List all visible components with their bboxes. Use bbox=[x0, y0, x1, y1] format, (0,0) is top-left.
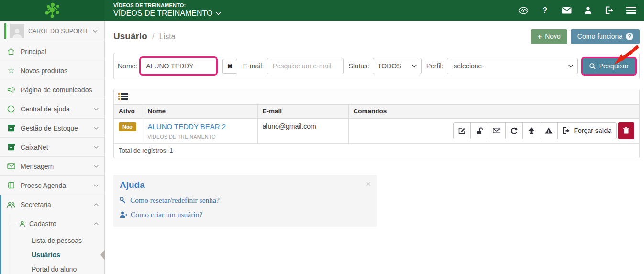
archive-box-icon bbox=[7, 143, 15, 152]
sidebar-item-mensagem[interactable]: Mensagem bbox=[0, 157, 104, 176]
unlock-icon bbox=[476, 127, 483, 134]
search-icon bbox=[589, 63, 596, 69]
sidebar: CAROL DO SUPORTE Principal ☆ Novos produ… bbox=[0, 21, 105, 274]
sidebar-item-central-ajuda[interactable]: Central de ajuda bbox=[0, 99, 104, 119]
sidebar-submenu-cadastro: Cadastro Lista de pessoas Usuários Porta… bbox=[1, 214, 104, 274]
ativo-cell: Não bbox=[114, 118, 143, 143]
header-nome[interactable]: Nome bbox=[143, 105, 257, 118]
star-icon: ☆ bbox=[7, 66, 15, 75]
agenda-icon bbox=[7, 181, 15, 190]
help-box: Ajuda × Como resetar/redefinir senha? bbox=[113, 175, 377, 227]
chevron-down-icon bbox=[412, 65, 417, 67]
sidebar-item-usuarios[interactable]: Usuários bbox=[1, 248, 104, 262]
info-icon bbox=[7, 105, 15, 113]
header-ativo[interactable]: Ativo bbox=[114, 105, 143, 118]
mail-icon[interactable] bbox=[561, 5, 572, 16]
sidebar-item-cadastro[interactable]: Cadastro bbox=[1, 214, 104, 233]
breadcrumb-current: Lista bbox=[159, 33, 176, 41]
active-item-marker bbox=[100, 250, 105, 260]
help-link-criar-usuario[interactable]: Como criar um usuário? bbox=[120, 210, 370, 219]
sidebar-item-novos-produtos[interactable]: ☆ Novos produtos bbox=[0, 61, 104, 80]
email-cell: aluno@gmail.com bbox=[257, 118, 348, 143]
sidebar-item-principal[interactable]: Principal bbox=[0, 42, 104, 61]
proesc-logo-icon bbox=[43, 2, 62, 19]
delete-button[interactable] bbox=[618, 122, 634, 139]
undo-button[interactable] bbox=[505, 122, 523, 139]
topbar-actions: ? bbox=[518, 5, 644, 16]
school-context-label: VÍDEOS DE TREINAMENTO: bbox=[113, 2, 221, 9]
sidebar-section-secretaria: Secretaria Cadastro bbox=[0, 195, 104, 274]
user-icon[interactable] bbox=[583, 5, 593, 16]
user-name-link[interactable]: ALUNO TEDDY BEAR 2 bbox=[148, 122, 226, 131]
user-org-label: VÍDEOS DE TREINAMENTO bbox=[148, 134, 253, 140]
user-menu[interactable]: CAROL DO SUPORTE bbox=[0, 21, 104, 42]
nome-input[interactable] bbox=[141, 58, 216, 74]
edit-icon bbox=[458, 127, 466, 134]
logout-icon[interactable] bbox=[604, 5, 615, 16]
status-select[interactable]: TODOS bbox=[373, 58, 422, 74]
user-plus-icon bbox=[120, 211, 127, 218]
close-icon[interactable]: × bbox=[366, 180, 371, 188]
edit-button[interactable] bbox=[453, 122, 471, 139]
warning-button[interactable] bbox=[540, 122, 558, 139]
online-status-bar bbox=[4, 23, 6, 39]
handshake-icon[interactable] bbox=[518, 5, 529, 16]
menu-icon[interactable] bbox=[626, 5, 636, 16]
records-total: Total de registros: 1 bbox=[114, 143, 639, 158]
school-switcher[interactable]: VÍDEOS DE TREINAMENTO bbox=[113, 9, 221, 18]
header-actions: + Novo Como funciona ? bbox=[531, 29, 640, 44]
question-circle-icon: ? bbox=[626, 33, 633, 40]
sidebar-item-portal-do-aluno[interactable]: Portal do aluno bbox=[1, 262, 104, 274]
top-bar: VÍDEOS DE TREINAMENTO: VÍDEOS DE TREINAM… bbox=[0, 0, 644, 21]
app-logo[interactable] bbox=[0, 0, 105, 21]
chevron-down-icon bbox=[94, 165, 99, 168]
chevron-up-icon bbox=[94, 203, 99, 206]
sign-out-icon bbox=[563, 127, 570, 134]
key-icon bbox=[120, 197, 127, 204]
tree-connector bbox=[11, 224, 16, 224]
comandos-cell: Forçar saída bbox=[348, 118, 639, 143]
chevron-down-icon bbox=[93, 30, 98, 33]
help-icon[interactable]: ? bbox=[540, 5, 550, 16]
sidebar-item-lista-de-pessoas[interactable]: Lista de pessoas bbox=[1, 233, 104, 248]
results-panel: Ativo Nome E-mail Comandos Não ALUNO TED… bbox=[113, 89, 640, 158]
up-arrow-button[interactable] bbox=[522, 122, 540, 139]
forcar-saida-button[interactable]: Forçar saída bbox=[557, 122, 617, 139]
chevron-down-icon bbox=[568, 65, 573, 67]
unlock-button[interactable] bbox=[470, 122, 488, 139]
envelope-icon bbox=[7, 162, 15, 171]
trash-icon bbox=[623, 127, 629, 134]
clear-filter-button[interactable]: ✖ bbox=[222, 59, 237, 74]
nome-cell: ALUNO TEDDY BEAR 2 VÍDEOS DE TREINAMENTO bbox=[143, 118, 257, 143]
command-button-group: Forçar saída bbox=[453, 122, 617, 139]
page-title: Usuário bbox=[113, 31, 147, 41]
sidebar-item-pagina-comunicados[interactable]: Página de comunicados bbox=[0, 80, 104, 99]
undo-icon bbox=[511, 127, 518, 134]
chevron-down-icon bbox=[94, 127, 99, 130]
help-link-reset-senha[interactable]: Como resetar/redefinir senha? bbox=[120, 196, 370, 205]
table-header-row: Ativo Nome E-mail Comandos bbox=[114, 105, 639, 118]
email-input[interactable] bbox=[267, 58, 344, 74]
columns-list-icon[interactable] bbox=[118, 93, 128, 101]
header-email[interactable]: E-mail bbox=[257, 105, 348, 118]
page-header: Usuário / Lista + Novo Como funciona ? bbox=[113, 28, 640, 44]
sidebar-item-gestao-estoque[interactable]: Gestão de Estoque bbox=[0, 119, 104, 138]
breadcrumb: Usuário / Lista bbox=[113, 31, 176, 42]
status-label: Status: bbox=[348, 62, 369, 70]
nome-label: Nome: bbox=[118, 62, 137, 70]
sidebar-item-caixanet[interactable]: CaixaNet bbox=[0, 138, 104, 157]
table-row: Não ALUNO TEDDY BEAR 2 VÍDEOS DE TREINAM… bbox=[114, 118, 639, 143]
como-funciona-button[interactable]: Como funciona ? bbox=[571, 29, 640, 44]
perfil-label: Perfil: bbox=[426, 62, 444, 70]
sidebar-item-secretaria[interactable]: Secretaria bbox=[1, 195, 104, 214]
perfil-select[interactable]: -selecione- bbox=[447, 58, 578, 74]
header-comandos: Comandos bbox=[348, 105, 639, 118]
users-group-icon bbox=[7, 200, 15, 209]
sidebar-item-proesc-agenda[interactable]: Proesc Agenda bbox=[0, 176, 104, 195]
mail-button[interactable] bbox=[488, 122, 506, 139]
pesquisar-button[interactable]: Pesquisar bbox=[583, 58, 635, 74]
novo-button[interactable]: + Novo bbox=[531, 29, 567, 44]
warning-icon bbox=[545, 127, 553, 134]
main-content: Usuário / Lista + Novo Como funciona ? N… bbox=[105, 21, 644, 274]
email-label: E-mail: bbox=[243, 62, 264, 70]
